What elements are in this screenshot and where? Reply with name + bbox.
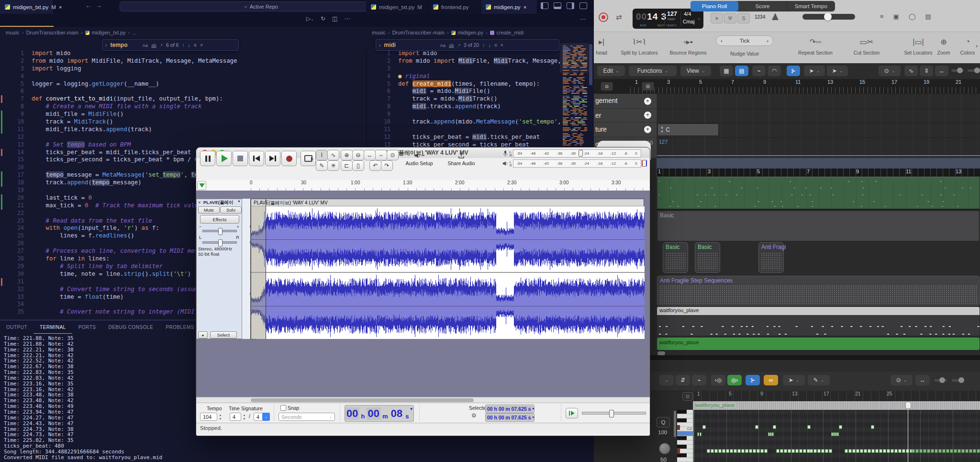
midi-note[interactable] bbox=[961, 449, 965, 453]
loop-browser-icon[interactable]: ◯ bbox=[909, 13, 916, 20]
midi-note[interactable] bbox=[879, 449, 882, 453]
play-speed-slider[interactable] bbox=[582, 412, 646, 415]
piano-key[interactable] bbox=[677, 458, 693, 462]
midi-note[interactable] bbox=[757, 449, 760, 453]
tab-frontend[interactable]: frontend.py bbox=[428, 0, 481, 14]
split-editor-icon[interactable]: ◫ bbox=[332, 15, 337, 22]
toolbar-item-cut-section[interactable]: ▭✂ Cut Section bbox=[845, 34, 888, 56]
master-volume-slider[interactable] bbox=[802, 14, 855, 20]
track-canvas-area[interactable]: × PLAVE(플레이 ▼ Mute Solo Effects − + L R … bbox=[196, 191, 650, 397]
nav-forward-icon[interactable]: → bbox=[96, 2, 102, 9]
tempo-input[interactable]: 104 bbox=[200, 413, 217, 421]
pointer-tool-right[interactable]: ➤⌄ bbox=[827, 66, 848, 76]
signature-cell[interactable]: 44 C bbox=[657, 124, 719, 136]
horizontal-zoom-slider[interactable] bbox=[968, 69, 979, 72]
horizontal-fit-button[interactable]: ↔ bbox=[935, 66, 948, 76]
mute-button[interactable]: Mute bbox=[198, 206, 220, 214]
playback-meter[interactable]: LR -54-48-42-36-30-24-18-12-60 bbox=[502, 159, 646, 168]
midi-note[interactable] bbox=[915, 449, 919, 453]
selection-settings-icon[interactable]: ⚙ bbox=[471, 412, 477, 419]
record-button[interactable] bbox=[599, 12, 608, 22]
midi-note[interactable] bbox=[702, 425, 706, 429]
collapse-track-button[interactable]: ▲ bbox=[198, 331, 208, 338]
restart-icon[interactable]: ↻ bbox=[321, 15, 325, 22]
midi-note[interactable] bbox=[902, 449, 905, 453]
midi-note[interactable] bbox=[776, 449, 780, 453]
run-python-icon[interactable]: ▷⌄ bbox=[306, 15, 314, 22]
midi-note[interactable] bbox=[848, 449, 852, 453]
midi-note[interactable] bbox=[784, 449, 787, 453]
velocity-tool-button[interactable]: ⌁ bbox=[752, 66, 766, 76]
regex-icon[interactable]: .* bbox=[160, 43, 163, 48]
midi-note[interactable] bbox=[935, 449, 938, 453]
region-waitforyou-green[interactable]: waitforyou_plave bbox=[657, 338, 980, 350]
plus-icon[interactable]: + bbox=[644, 112, 651, 119]
midi-note[interactable] bbox=[810, 449, 813, 453]
gain-slider[interactable] bbox=[202, 230, 237, 232]
redo-button[interactable]: ↷ bbox=[381, 160, 393, 171]
midi-note[interactable] bbox=[871, 425, 874, 429]
midi-note[interactable] bbox=[927, 449, 930, 453]
midi-note[interactable] bbox=[813, 449, 817, 453]
whole-word-icon[interactable]: ab bbox=[151, 43, 156, 48]
midi-note[interactable] bbox=[726, 449, 729, 453]
midi-note[interactable] bbox=[845, 449, 848, 453]
midi-note[interactable] bbox=[700, 432, 702, 436]
arrange-ruler[interactable]: 135791113 bbox=[657, 169, 980, 177]
media-browser-icon[interactable]: ▤ bbox=[925, 13, 931, 20]
selection-start-display[interactable]: 00 h 00 m 07.625 s▾ bbox=[485, 405, 535, 413]
piano-key[interactable] bbox=[677, 414, 693, 418]
trim-audio-button[interactable]: ⊏ bbox=[341, 160, 353, 171]
midi-in-icon[interactable]: ›◎ bbox=[711, 375, 725, 385]
effects-button[interactable]: Effects bbox=[200, 215, 239, 224]
pointer-tool-button[interactable]: ➤⌄ bbox=[783, 375, 805, 385]
loop-pin-button[interactable] bbox=[197, 181, 206, 190]
piano-key[interactable] bbox=[677, 436, 693, 440]
tab-terminal[interactable]: TERMINAL bbox=[33, 322, 72, 334]
midi-note[interactable] bbox=[839, 425, 842, 429]
velocity-icon[interactable]: ⌁ bbox=[692, 375, 706, 385]
undo-button[interactable]: ↶ bbox=[369, 160, 381, 171]
find-widget-right[interactable]: › midi Aa ab .* 3 of 20 ↑ ↓ ≡ × bbox=[376, 39, 559, 51]
track-name[interactable]: PLAVE(플레이 bbox=[203, 200, 234, 206]
midi-note[interactable] bbox=[722, 449, 725, 453]
piano-key[interactable] bbox=[677, 440, 693, 445]
editor-scrollbar[interactable] bbox=[589, 44, 592, 85]
playhead-pin[interactable] bbox=[905, 402, 911, 409]
toggle-panel-icon[interactable] bbox=[554, 2, 561, 9]
envelope-tool[interactable]: ∿ bbox=[327, 150, 339, 160]
tempo-stepper[interactable]: ▲▼ bbox=[218, 413, 223, 421]
piano-vscrollbar[interactable] bbox=[674, 411, 676, 437]
track-menu-icon[interactable]: ▼ bbox=[237, 200, 241, 203]
view-menu[interactable]: View⌄ bbox=[680, 66, 711, 76]
tab-smart-tempo[interactable]: Smart Tempo bbox=[787, 1, 835, 11]
tab-problems[interactable]: PROBLEMS bbox=[159, 322, 200, 333]
breadcrumb-right[interactable]: music› DrumTranscriber-main› midigen.py›… bbox=[372, 28, 523, 37]
more-actions-icon[interactable]: ⋯ bbox=[344, 15, 350, 22]
midi-note[interactable] bbox=[795, 449, 799, 453]
pointer-tool-left[interactable]: ➤⌄ bbox=[804, 66, 825, 76]
grid-view-button[interactable]: ▦ bbox=[720, 66, 733, 76]
whole-word-icon[interactable]: ab bbox=[449, 43, 454, 48]
regex-icon[interactable]: .* bbox=[457, 43, 460, 48]
split-at-playhead-button[interactable]: ⊱ bbox=[787, 66, 800, 76]
midi-note[interactable] bbox=[697, 432, 699, 436]
list-editors-icon[interactable]: ≡ bbox=[880, 13, 884, 20]
customize-layout-icon[interactable] bbox=[579, 2, 587, 9]
global-tracks-button[interactable]: ⧉ bbox=[601, 82, 613, 91]
timeline-ruler[interactable]: 0301:001:302:002:303:003:30 bbox=[196, 180, 650, 191]
midi-note[interactable] bbox=[791, 449, 795, 453]
functions-menu[interactable]: Functions⌄ bbox=[629, 66, 677, 76]
pattern-cell-basic-1[interactable]: Basic bbox=[663, 242, 688, 273]
chevron-icon[interactable]: › bbox=[105, 42, 107, 48]
midi-note[interactable] bbox=[977, 449, 980, 453]
pencil-tool-button[interactable]: ✎⌄ bbox=[808, 375, 830, 385]
collapse-icon[interactable]: ⇵ bbox=[676, 375, 690, 385]
play-button[interactable] bbox=[216, 151, 232, 166]
midi-note[interactable] bbox=[760, 449, 764, 453]
midi-note[interactable] bbox=[856, 449, 859, 453]
midi-note[interactable] bbox=[923, 449, 926, 453]
track-alternatives-button[interactable]: ⊞ bbox=[642, 82, 654, 91]
midi-note[interactable] bbox=[707, 449, 710, 453]
midi-note[interactable] bbox=[942, 449, 946, 453]
